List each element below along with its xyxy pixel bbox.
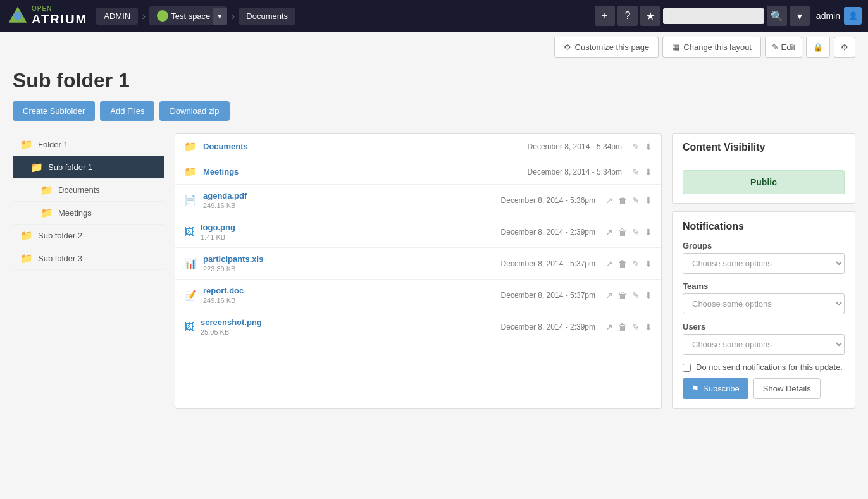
sidebar-item-subfolder3[interactable]: 📁 Sub folder 3 [13,247,164,270]
subscribe-btn[interactable]: ⚑ Subscribe [683,378,748,399]
download-icon[interactable]: ⬇ [645,227,652,237]
download-icon[interactable]: ⬇ [645,167,652,177]
sidebar: 📁 Folder 1 📁 Sub folder 1 📁 Documents 📁 … [13,133,164,409]
share-icon[interactable]: ↗ [605,322,613,332]
teams-select[interactable]: Choose some options [683,293,845,314]
space-nav-item[interactable]: Test space [149,6,213,25]
file-actions: ↗ 🗑 ✎ ⬇ [605,227,652,237]
layout-icon: ▦ [672,42,679,52]
nav-divider-1: › [142,9,146,23]
download-zip-btn[interactable]: Download zip [159,101,229,121]
file-actions: ✎ ⬇ [632,167,652,177]
no-notify-checkbox[interactable] [683,364,691,372]
file-size: 223.39 KB [203,265,501,273]
action-buttons: Create Subfolder Add Files Download zip [13,101,855,121]
top-nav: OPEN ATRIUM ADMIN › Test space ▾ › Docum… [0,0,868,32]
customize-page-btn[interactable]: ⚙ Customize this page [554,37,659,58]
file-info: report.doc 249.16 KB [203,286,501,304]
add-btn[interactable]: + [595,6,615,26]
settings-btn[interactable]: ⚙ [834,37,855,58]
sidebar-item-folder1[interactable]: 📁 Folder 1 [13,133,164,156]
groups-label: Groups [683,241,845,250]
folder-icon: 📁 [20,230,33,242]
delete-icon[interactable]: 🗑 [618,290,627,300]
user-avatar: 👤 [844,7,862,25]
file-actions: ↗ 🗑 ✎ ⬇ [605,195,652,206]
nav-divider-2: › [231,9,235,23]
notifications-title: Notifications [683,221,845,232]
space-dropdown-btn[interactable]: ▾ [213,8,227,25]
search-dropdown-btn[interactable]: ▾ [790,6,810,26]
file-actions: ↗ 🗑 ✎ ⬇ [605,290,652,300]
teams-label: Teams [683,281,845,291]
content-area: Sub folder 1 Create Subfolder Add Files … [0,63,868,421]
table-row: 📝 report.doc 249.16 KB December 8, 2014 … [175,280,661,311]
file-name[interactable]: screenshot.png [201,317,501,327]
sidebar-item-subfolder1[interactable]: 📁 Sub folder 1 [13,156,164,179]
image-icon: 🖼 [184,226,194,238]
table-row: 📁 Documents December 8, 2014 - 5:34pm ✎ … [175,134,661,159]
share-icon[interactable]: ↗ [605,227,613,237]
logo-icon [6,4,29,27]
file-date: December 8, 2014 - 5:37pm [501,259,595,268]
edit-icon[interactable]: ✎ [632,227,640,237]
download-icon[interactable]: ⬇ [645,142,652,152]
flag-icon: ⚑ [691,384,699,393]
file-name[interactable]: report.doc [203,286,501,295]
edit-icon[interactable]: ✎ [632,259,640,269]
edit-icon[interactable]: ✎ [632,322,640,332]
share-icon[interactable]: ↗ [605,290,613,300]
add-files-btn[interactable]: Add Files [100,101,154,121]
folder-icon: 📁 [40,184,53,196]
download-icon[interactable]: ⬇ [645,195,652,206]
gear-icon: ⚙ [564,42,571,52]
page-title: Sub folder 1 [13,69,855,92]
edit-icon[interactable]: ✎ [632,195,640,206]
create-subfolder-btn[interactable]: Create Subfolder [13,101,95,121]
share-icon[interactable]: ↗ [605,195,613,206]
edit-icon[interactable]: ✎ [632,167,640,177]
pdf-icon: 📄 [184,194,197,206]
edit-icon[interactable]: ✎ [632,290,640,300]
edit-icon[interactable]: ✎ [632,142,640,152]
edit-btn[interactable]: ✎ Edit [765,37,802,58]
admin-nav-item[interactable]: ADMIN [96,8,138,25]
lock-btn[interactable]: 🔒 [806,37,830,58]
sidebar-item-meetings[interactable]: 📁 Meetings [13,202,164,225]
groups-select[interactable]: Choose some options [683,253,845,274]
sidebar-item-documents[interactable]: 📁 Documents [13,179,164,202]
no-notify-label: Do not send notifications for this updat… [696,362,843,372]
sidebar-item-subfolder2[interactable]: 📁 Sub folder 2 [13,225,164,247]
image-icon: 🖼 [184,321,194,333]
show-details-btn[interactable]: Show Details [753,378,821,399]
share-icon[interactable]: ↗ [605,259,613,269]
star-btn[interactable]: ★ [640,6,660,26]
search-input[interactable] [663,8,764,24]
help-btn[interactable]: ? [617,6,638,26]
file-name[interactable]: logo.png [201,223,501,232]
visibility-status-btn[interactable]: Public [683,170,845,194]
table-row: 📄 agenda.pdf 249.16 KB December 8, 2014 … [175,185,661,216]
delete-icon[interactable]: 🗑 [618,259,627,269]
visibility-panel-body: Public [673,161,855,203]
documents-nav-item[interactable]: Documents [239,8,295,25]
user-menu[interactable]: admin 👤 [816,7,862,25]
download-icon[interactable]: ⬇ [645,290,652,300]
download-icon[interactable]: ⬇ [645,259,652,269]
file-size: 25.05 KB [201,328,501,336]
notifications-panel: Notifications Groups Choose some options… [672,211,855,409]
file-name[interactable]: participants.xls [203,254,501,264]
file-name[interactable]: Documents [203,142,528,151]
file-name[interactable]: agenda.pdf [203,191,501,200]
file-name[interactable]: Meetings [203,167,528,176]
download-icon[interactable]: ⬇ [645,322,652,332]
xls-icon: 📊 [184,257,197,269]
search-btn[interactable]: 🔍 [767,6,787,26]
users-label: Users [683,322,845,331]
delete-icon[interactable]: 🗑 [618,322,627,332]
users-select[interactable]: Choose some options [683,334,845,355]
file-actions: ↗ 🗑 ✎ ⬇ [605,259,652,269]
change-layout-btn[interactable]: ▦ Change this layout [662,37,761,58]
delete-icon[interactable]: 🗑 [618,195,627,206]
delete-icon[interactable]: 🗑 [618,227,627,237]
